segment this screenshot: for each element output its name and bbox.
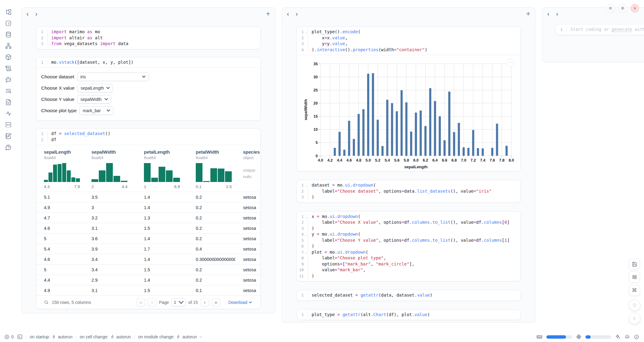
code-line[interactable]: 6) bbox=[297, 243, 521, 249]
code-line[interactable]: 2 label="Choose X value", options=df.col… bbox=[297, 219, 521, 226]
sidebar-snippets-button[interactable] bbox=[5, 121, 12, 128]
code-line[interactable]: 4⌄y = mo.ui.dropdown( bbox=[297, 231, 521, 237]
page-select[interactable]: 1 bbox=[171, 298, 186, 306]
sidebar-chat-bot-button[interactable] bbox=[5, 76, 12, 83]
generate-link[interactable]: generate bbox=[612, 27, 632, 32]
code-line[interactable]: 7⌄plot = mo.ui.dropdown( bbox=[297, 249, 521, 255]
code-line[interactable]: 3) bbox=[297, 226, 521, 232]
column-prev-button[interactable]: ‹ bbox=[27, 11, 29, 17]
dataset-select[interactable]: iris bbox=[77, 73, 149, 81]
code-line[interactable]: 1selected_dataset = getattr(data, datase… bbox=[297, 292, 521, 298]
save-button[interactable] bbox=[629, 258, 640, 270]
code-line[interactable]: 1import marimo as mo bbox=[36, 29, 260, 35]
close-button[interactable] bbox=[631, 4, 639, 12]
sidebar-scroll-button[interactable] bbox=[5, 65, 12, 72]
new-empty-cell[interactable]: 1 Start coding or generate with AI bbox=[555, 24, 644, 35]
sidebar-document-button[interactable] bbox=[5, 99, 12, 105]
column-header-sepalLength[interactable]: sepalLength float64 4.37.9 bbox=[36, 149, 84, 192]
table-row[interactable]: 4.42.91.40.2setosa bbox=[36, 275, 260, 285]
prev-page-button[interactable]: ‹ bbox=[148, 298, 156, 307]
column-histogram[interactable] bbox=[44, 163, 80, 182]
code-editor[interactable]: 1import marimo as mo2import altair as al… bbox=[36, 27, 260, 49]
next-page-button[interactable]: › bbox=[200, 298, 209, 307]
search-icon[interactable] bbox=[44, 300, 49, 305]
code-line[interactable]: 11) bbox=[297, 273, 521, 279]
code-editor[interactable]: 1selected_dataset = getattr(data, datase… bbox=[297, 290, 521, 301]
plot-cell[interactable]: 1⌄plot_type().encode(2 x=x.value,3 y=y.v… bbox=[296, 27, 521, 171]
table-row[interactable]: 5.13.51.40.2setosa bbox=[36, 192, 260, 202]
connection-status-button[interactable] bbox=[634, 334, 639, 340]
code-line[interactable]: 10 value="mark_bar", bbox=[297, 267, 521, 273]
code-line[interactable]: 2 x=x.value, bbox=[297, 35, 521, 41]
table-row[interactable]: 5.43.91.70.4setosa bbox=[36, 244, 260, 254]
table-row[interactable]: 4.63.11.50.2setosa bbox=[36, 223, 260, 233]
add-column-button[interactable]: + bbox=[266, 10, 270, 17]
imports-cell[interactable]: 1import marimo as mo2import altair as al… bbox=[36, 27, 261, 49]
add-column-button[interactable]: + bbox=[526, 10, 530, 17]
vstack-cell[interactable]: 1mo.vstack([dataset, x, y, plot]) Choose… bbox=[36, 57, 261, 121]
code-line[interactable]: 2 label="Choose dataset", options=data.l… bbox=[297, 188, 521, 194]
column-header-petalWidth[interactable]: petalWidth float64 0.12.5 bbox=[188, 149, 235, 192]
runtime-setting-on-cell-change[interactable]: on cell change: autorun bbox=[76, 334, 131, 339]
table-row[interactable]: 4.93.11.50.1setosa bbox=[36, 285, 260, 295]
last-page-button[interactable]: » bbox=[212, 298, 220, 307]
column-prev-button[interactable]: ‹ bbox=[547, 11, 549, 17]
sidebar-log-search-button[interactable] bbox=[5, 87, 12, 94]
code-line[interactable]: 5 label="Choose Y value", options=df.col… bbox=[297, 237, 521, 244]
code-line[interactable]: 3 y=y.value, bbox=[297, 41, 521, 47]
sidebar-help-button[interactable] bbox=[5, 144, 12, 151]
dataframe-cell[interactable]: 1df = selected_dataset()2df sepalLength … bbox=[36, 128, 261, 309]
code-line[interactable]: 1⌄dataset = mo.ui.dropdown( bbox=[297, 182, 521, 188]
column-header-sepalWidth[interactable]: sepalWidth float64 24.4 bbox=[84, 149, 136, 192]
code-line[interactable]: 8 label="Choose plot type", bbox=[297, 255, 521, 261]
column-prev-button[interactable]: ‹ bbox=[287, 11, 289, 17]
ai-assist-button[interactable] bbox=[615, 334, 621, 340]
x-value-select[interactable]: sepalLength bbox=[77, 84, 113, 92]
column-header-species[interactable]: species objectunique:nulls: bbox=[235, 149, 260, 192]
code-line[interactable]: 2import altair as alt bbox=[36, 35, 260, 41]
code-editor[interactable]: 1df = selected_dataset()2df bbox=[36, 129, 260, 145]
runtime-setting-on-module-change[interactable]: on module change: autorun bbox=[134, 334, 203, 339]
sidebar-database-button[interactable] bbox=[5, 31, 12, 38]
code-editor[interactable]: 1mo.vstack([dataset, x, y, plot]) bbox=[36, 57, 260, 68]
code-editor[interactable]: 1⌄x = mo.ui.dropdown(2 label="Choose X v… bbox=[297, 212, 521, 281]
table-row[interactable]: 53.61.40.2setosa bbox=[36, 233, 260, 244]
sidebar-function-button[interactable]: f bbox=[5, 20, 12, 27]
chart-output[interactable]: 4.04.24.44.64.85.05.25.45.65.86.06.26.46… bbox=[297, 55, 521, 171]
code-line[interactable]: 1plot_type = getattr(alt.Chart(df), plot… bbox=[297, 312, 521, 318]
runtime-setting-on-startup[interactable]: on startup: autorun bbox=[26, 334, 73, 339]
column-next-button[interactable]: › bbox=[35, 11, 38, 17]
xy-plot-dropdowns-cell[interactable]: 1⌄x = mo.ui.dropdown(2 label="Choose X v… bbox=[296, 211, 521, 282]
plot-type-cell[interactable]: 1plot_type = getattr(alt.Chart(df), plot… bbox=[296, 309, 521, 320]
y-value-select[interactable]: sepalWidth bbox=[77, 95, 111, 104]
run-button[interactable] bbox=[629, 313, 640, 324]
code-line[interactable]: 3from vega_datasets import data bbox=[36, 41, 260, 47]
column-histogram[interactable] bbox=[144, 163, 180, 182]
error-indicator[interactable]: 0 bbox=[4, 334, 14, 340]
command-palette-button[interactable]: ⌘ bbox=[629, 285, 640, 296]
sidebar-file-tree-button[interactable] bbox=[5, 9, 12, 15]
column-next-button[interactable]: › bbox=[296, 11, 298, 17]
first-page-button[interactable]: « bbox=[136, 298, 145, 307]
code-line[interactable]: 1⌄plot_type().encode( bbox=[297, 29, 521, 35]
column-histogram[interactable] bbox=[91, 163, 127, 182]
code-placeholder[interactable]: Start coding or generate with AI bbox=[567, 27, 644, 33]
chart-menu-button[interactable]: ··· bbox=[506, 59, 514, 67]
sidebar-dependency-graph-button[interactable] bbox=[5, 42, 12, 49]
settings-button[interactable] bbox=[618, 4, 627, 12]
sidebar-activity-button[interactable] bbox=[5, 110, 12, 117]
plot-type-select[interactable]: mark_bar bbox=[79, 106, 113, 115]
table-row[interactable]: 4.63.41.40.3000000000000004setosa bbox=[36, 254, 260, 264]
layout-button[interactable] bbox=[629, 271, 640, 283]
code-line[interactable]: 9 options=["mark_bar", "mark_circle"], bbox=[297, 261, 521, 267]
download-button[interactable]: Download bbox=[227, 300, 254, 305]
column-next-button[interactable]: › bbox=[556, 11, 558, 17]
table-row[interactable]: 53.41.50.2setosa bbox=[36, 264, 260, 275]
terminal-button[interactable] bbox=[17, 334, 23, 340]
copilot-button[interactable] bbox=[624, 334, 630, 340]
code-line[interactable]: 4).interactive().properties(width="conta… bbox=[297, 47, 521, 53]
column-histogram[interactable] bbox=[196, 163, 232, 182]
table-row[interactable]: 4.73.21.30.2setosa bbox=[36, 212, 260, 223]
code-line[interactable]: 3) bbox=[297, 194, 521, 200]
stop-button[interactable] bbox=[629, 299, 640, 311]
